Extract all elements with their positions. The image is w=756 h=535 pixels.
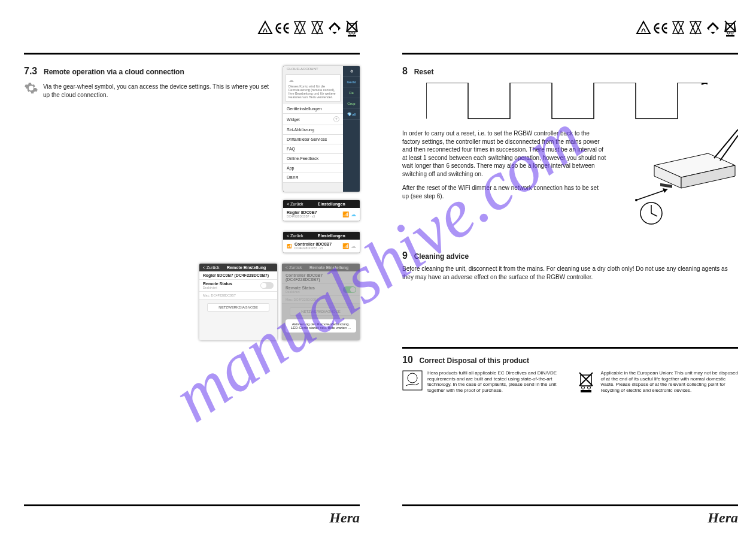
- right-content: 8 Reset In order to carry out a reset, i…: [402, 66, 738, 393]
- back-button[interactable]: < Zurück: [287, 234, 303, 238]
- section9-para: Before cleaning the unit, disconnect it …: [402, 265, 738, 281]
- double-triangle-icon: [670, 19, 686, 37]
- weee-icon: [344, 19, 360, 37]
- bottom-rule: [402, 504, 738, 506]
- device-header: Regler 8DC0B7 (DC4F228DC0B7): [199, 271, 277, 280]
- phone-remote-on: < ZurückRemote Einstellung Controller 8D…: [282, 264, 360, 340]
- phone-settings-controller: < ZurückEinstellungen 📶Controller 8DC0B7…: [283, 232, 360, 253]
- brand-logo: Hera: [329, 510, 360, 526]
- double-triangle-icon: [292, 19, 308, 37]
- back-button[interactable]: < Zurück: [203, 265, 219, 270]
- svg-point-34: [587, 386, 590, 389]
- svg-rect-20: [726, 35, 734, 37]
- settings-title: Einstellungen: [306, 202, 356, 206]
- cert-icons-row: [257, 19, 360, 37]
- svg-rect-22: [660, 183, 672, 188]
- svg-rect-10: [348, 35, 356, 37]
- section-number: 7.3: [24, 66, 37, 76]
- phone-remote-off: < ZurückRemote Einstellung Regler 8DC0B7…: [199, 264, 277, 340]
- section10-title: Correct Disposal of this product: [420, 356, 529, 365]
- weee-icon: [722, 19, 738, 37]
- double-triangle-icon-2: [688, 19, 703, 37]
- svg-rect-3: [348, 23, 356, 32]
- svg-rect-28: [403, 371, 422, 390]
- side-device[interactable]: Gerät: [343, 77, 360, 87]
- svg-rect-13: [726, 23, 734, 32]
- remote-status-row[interactable]: Remote StatusDeaktiviert: [199, 280, 277, 292]
- cert-icons-row: [636, 19, 738, 37]
- svg-rect-30: [581, 375, 591, 386]
- bottom-rule: [24, 504, 360, 506]
- menu-item-widget[interactable]: Widget?: [283, 114, 343, 125]
- ce-icon: [653, 19, 669, 37]
- section9-title: Cleaning advice: [414, 252, 469, 261]
- cloud-description: ☁ Dieses Konto wird für die Fernsteuerun…: [286, 74, 341, 102]
- gear-icon: [24, 81, 38, 98]
- svg-rect-35: [581, 390, 591, 392]
- section8-title: Reset: [414, 68, 434, 76]
- menu-item-siri[interactable]: Siri-Abkürzung: [283, 125, 343, 135]
- svg-point-33: [581, 386, 584, 389]
- section-title: Remote operation via a cloud connection: [44, 68, 184, 76]
- side-remote[interactable]: Re: [343, 87, 360, 98]
- mac-row: Mac: DC4F228DC0B7: [199, 292, 277, 300]
- weee-bin-icon: [576, 370, 596, 391]
- svg-point-27: [635, 199, 637, 201]
- disposal-col1-text: Hera products fulfil all applicable EC D…: [427, 370, 565, 393]
- section9-num: 9: [402, 250, 408, 261]
- side-all[interactable]: 💎 all: [343, 109, 360, 120]
- hand-globe-icon: [402, 370, 423, 391]
- menu-item-about[interactable]: ÜBER: [283, 173, 343, 183]
- controller-illustration: [618, 129, 738, 232]
- section-para: Via the gear-wheel symbol, you can acces…: [43, 83, 272, 99]
- remote-toggle-off[interactable]: [260, 282, 274, 289]
- phone-settings-menu: CLOUD-ACCOUNT ☁ Dieses Konto wird für di…: [283, 66, 360, 192]
- menu-item-faq[interactable]: FAQ: [283, 144, 343, 154]
- network-diag-button[interactable]: NETZWERKDIAGNOSE: [207, 303, 269, 312]
- section8-num: 8: [402, 66, 408, 76]
- disposal-col2-text: Applicable in the European Union: This u…: [601, 370, 739, 393]
- svg-point-29: [408, 373, 417, 383]
- page-right: 8 Reset In order to carry out a reset, i…: [378, 0, 756, 535]
- phone-settings-regler: < ZurückEinstellungen Regler 8DC0B7DC4F2…: [283, 200, 360, 221]
- menu-item-thirdparty[interactable]: Drittanbieter-Services: [283, 135, 343, 144]
- menu-item-device-settings[interactable]: Geräteinstellungen: [283, 104, 343, 114]
- ce-icon: [275, 19, 290, 37]
- indoor-icon: [705, 19, 721, 37]
- side-gear-icon[interactable]: ⚙: [343, 66, 360, 77]
- activation-popup: Aktivierung der Remote-Verbindung. LED-G…: [286, 319, 356, 333]
- rcm-icon: [257, 19, 273, 37]
- rcm-icon: [636, 19, 651, 37]
- menu-item-app[interactable]: App: [283, 164, 343, 173]
- section10-num: 10: [402, 355, 413, 365]
- reset-waveform-diagram: [426, 83, 738, 125]
- top-rule: [24, 53, 360, 55]
- device-row[interactable]: Regler 8DC0B7DC4F228DC0B7 · v3 📶 ☁: [283, 208, 360, 221]
- side-group[interactable]: Grup: [343, 98, 360, 109]
- section8-para1: In order to carry out a reset, i.e. to s…: [402, 129, 606, 178]
- settings-title: Einstellungen: [306, 234, 356, 238]
- brand-logo: Hera: [708, 510, 738, 526]
- side-panel: ⚙ Gerät Re Grup 💎 all: [343, 66, 360, 192]
- top-rule: [402, 53, 738, 55]
- double-triangle-icon-2: [309, 19, 325, 37]
- cloud-section-label: CLOUD-ACCOUNT: [283, 66, 343, 72]
- indoor-icon: [327, 19, 342, 37]
- mid-rule: [402, 347, 738, 349]
- svg-line-25: [651, 213, 657, 216]
- left-content: 7.3 Remote operation via a cloud connect…: [24, 66, 360, 340]
- back-button[interactable]: < Zurück: [287, 202, 303, 206]
- page-left: 7.3 Remote operation via a cloud connect…: [0, 0, 378, 535]
- section8-para2: After the reset of the WiFi dimmer a new…: [402, 184, 606, 200]
- device-row[interactable]: 📶Controller 8DC0B7DC4F228DC0B7 · v3 📶 ☁: [283, 240, 360, 253]
- menu-item-feedback[interactable]: Online-Feedback: [283, 154, 343, 164]
